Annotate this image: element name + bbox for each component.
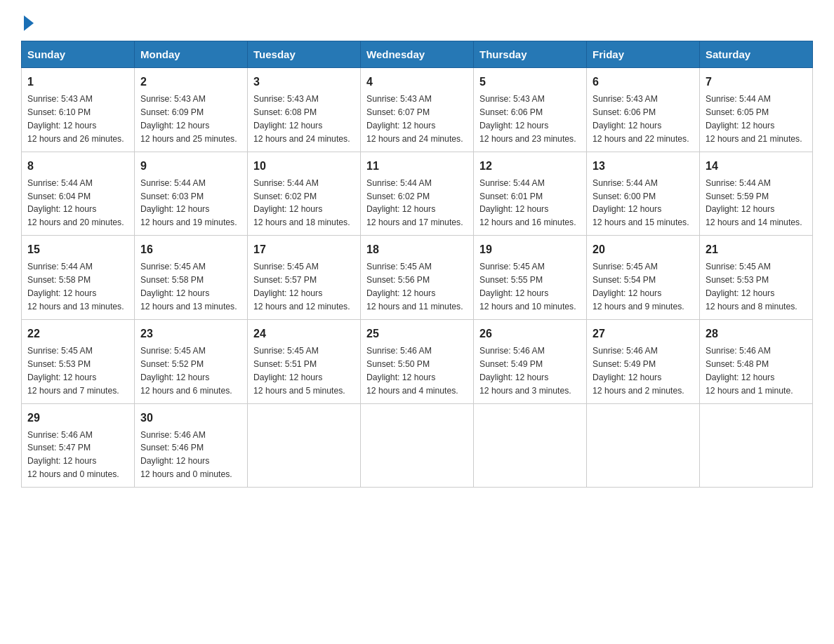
- day-number: 20: [593, 241, 694, 258]
- day-number: 24: [253, 326, 355, 342]
- calendar-cell: 12Sunrise: 5:44 AMSunset: 6:01 PMDayligh…: [474, 152, 587, 236]
- day-info: Sunrise: 5:46 AMSunset: 5:48 PMDaylight:…: [706, 344, 807, 398]
- day-number: 25: [366, 326, 468, 342]
- day-info: Sunrise: 5:44 AMSunset: 6:05 PMDaylight:…: [706, 93, 807, 146]
- day-info: Sunrise: 5:45 AMSunset: 5:51 PMDaylight:…: [253, 344, 355, 398]
- day-number: 27: [593, 326, 694, 342]
- day-number: 16: [140, 241, 241, 258]
- calendar-cell: 21Sunrise: 5:45 AMSunset: 5:53 PMDayligh…: [700, 236, 813, 320]
- day-number: 4: [366, 74, 468, 90]
- calendar-cell: [248, 403, 361, 488]
- day-info: Sunrise: 5:46 AMSunset: 5:49 PMDaylight:…: [479, 344, 581, 398]
- day-info: Sunrise: 5:46 AMSunset: 5:49 PMDaylight:…: [593, 344, 694, 398]
- day-number: 30: [140, 410, 241, 427]
- day-number: 10: [253, 158, 355, 175]
- calendar-cell: 24Sunrise: 5:45 AMSunset: 5:51 PMDayligh…: [248, 319, 361, 403]
- day-info: Sunrise: 5:44 AMSunset: 6:02 PMDaylight:…: [366, 177, 468, 230]
- day-info: Sunrise: 5:43 AMSunset: 6:06 PMDaylight:…: [593, 93, 694, 146]
- calendar-header-row: SundayMondayTuesdayWednesdayThursdayFrid…: [22, 41, 813, 68]
- day-number: 29: [27, 410, 128, 427]
- calendar-week-row: 1Sunrise: 5:43 AMSunset: 6:10 PMDaylight…: [22, 68, 813, 152]
- calendar-cell: 30Sunrise: 5:46 AMSunset: 5:46 PMDayligh…: [135, 403, 248, 488]
- calendar-cell: 8Sunrise: 5:44 AMSunset: 6:04 PMDaylight…: [22, 152, 135, 236]
- day-number: 9: [140, 158, 241, 175]
- calendar-cell: 29Sunrise: 5:46 AMSunset: 5:47 PMDayligh…: [22, 403, 135, 488]
- calendar-cell: 18Sunrise: 5:45 AMSunset: 5:56 PMDayligh…: [361, 236, 474, 320]
- day-number: 5: [479, 74, 581, 90]
- logo-arrow-icon: [24, 15, 34, 31]
- day-info: Sunrise: 5:45 AMSunset: 5:55 PMDaylight:…: [479, 260, 581, 314]
- logo: [21, 14, 34, 28]
- day-info: Sunrise: 5:45 AMSunset: 5:54 PMDaylight:…: [593, 260, 694, 314]
- day-info: Sunrise: 5:43 AMSunset: 6:06 PMDaylight:…: [479, 93, 581, 146]
- calendar-cell: 10Sunrise: 5:44 AMSunset: 6:02 PMDayligh…: [248, 152, 361, 236]
- calendar-cell: [700, 403, 813, 488]
- day-number: 21: [706, 241, 807, 258]
- calendar-cell: 1Sunrise: 5:43 AMSunset: 6:10 PMDaylight…: [22, 68, 135, 152]
- day-number: 23: [140, 326, 241, 342]
- calendar-cell: 26Sunrise: 5:46 AMSunset: 5:49 PMDayligh…: [474, 319, 587, 403]
- day-info: Sunrise: 5:45 AMSunset: 5:52 PMDaylight:…: [140, 344, 241, 398]
- calendar-table: SundayMondayTuesdayWednesdayThursdayFrid…: [21, 41, 813, 488]
- day-info: Sunrise: 5:43 AMSunset: 6:08 PMDaylight:…: [253, 93, 355, 146]
- weekday-header-wednesday: Wednesday: [361, 41, 474, 68]
- calendar-week-row: 29Sunrise: 5:46 AMSunset: 5:47 PMDayligh…: [22, 403, 813, 488]
- day-number: 11: [366, 158, 468, 175]
- calendar-cell: 13Sunrise: 5:44 AMSunset: 6:00 PMDayligh…: [587, 152, 700, 236]
- day-number: 7: [706, 74, 807, 90]
- calendar-cell: 6Sunrise: 5:43 AMSunset: 6:06 PMDaylight…: [587, 68, 700, 152]
- day-number: 12: [479, 158, 581, 175]
- day-number: 19: [479, 241, 581, 258]
- calendar-cell: 25Sunrise: 5:46 AMSunset: 5:50 PMDayligh…: [361, 319, 474, 403]
- day-number: 26: [479, 326, 581, 342]
- calendar-cell: 7Sunrise: 5:44 AMSunset: 6:05 PMDaylight…: [700, 68, 813, 152]
- day-info: Sunrise: 5:43 AMSunset: 6:09 PMDaylight:…: [140, 93, 241, 146]
- day-number: 17: [253, 241, 355, 258]
- day-number: 6: [593, 74, 694, 90]
- day-info: Sunrise: 5:44 AMSunset: 6:04 PMDaylight:…: [27, 177, 128, 230]
- calendar-cell: 3Sunrise: 5:43 AMSunset: 6:08 PMDaylight…: [248, 68, 361, 152]
- day-info: Sunrise: 5:44 AMSunset: 5:59 PMDaylight:…: [706, 177, 807, 230]
- day-number: 2: [140, 74, 241, 90]
- calendar-cell: 20Sunrise: 5:45 AMSunset: 5:54 PMDayligh…: [587, 236, 700, 320]
- day-info: Sunrise: 5:44 AMSunset: 6:02 PMDaylight:…: [253, 177, 355, 230]
- day-info: Sunrise: 5:44 AMSunset: 5:58 PMDaylight:…: [27, 260, 128, 314]
- day-info: Sunrise: 5:46 AMSunset: 5:46 PMDaylight:…: [140, 429, 241, 482]
- day-number: 8: [27, 158, 128, 175]
- day-number: 14: [706, 158, 807, 175]
- weekday-header-monday: Monday: [135, 41, 248, 68]
- day-info: Sunrise: 5:45 AMSunset: 5:53 PMDaylight:…: [27, 344, 128, 398]
- calendar-cell: [361, 403, 474, 488]
- day-info: Sunrise: 5:46 AMSunset: 5:47 PMDaylight:…: [27, 429, 128, 482]
- day-info: Sunrise: 5:45 AMSunset: 5:56 PMDaylight:…: [366, 260, 468, 314]
- calendar-cell: 5Sunrise: 5:43 AMSunset: 6:06 PMDaylight…: [474, 68, 587, 152]
- calendar-cell: 19Sunrise: 5:45 AMSunset: 5:55 PMDayligh…: [474, 236, 587, 320]
- calendar-cell: 16Sunrise: 5:45 AMSunset: 5:58 PMDayligh…: [135, 236, 248, 320]
- calendar-cell: 9Sunrise: 5:44 AMSunset: 6:03 PMDaylight…: [135, 152, 248, 236]
- weekday-header-sunday: Sunday: [22, 41, 135, 68]
- calendar-cell: 22Sunrise: 5:45 AMSunset: 5:53 PMDayligh…: [22, 319, 135, 403]
- calendar-cell: 2Sunrise: 5:43 AMSunset: 6:09 PMDaylight…: [135, 68, 248, 152]
- calendar-cell: 4Sunrise: 5:43 AMSunset: 6:07 PMDaylight…: [361, 68, 474, 152]
- weekday-header-saturday: Saturday: [700, 41, 813, 68]
- day-info: Sunrise: 5:45 AMSunset: 5:58 PMDaylight:…: [140, 260, 241, 314]
- day-number: 15: [27, 241, 128, 258]
- calendar-cell: [587, 403, 700, 488]
- calendar-cell: 23Sunrise: 5:45 AMSunset: 5:52 PMDayligh…: [135, 319, 248, 403]
- day-number: 3: [253, 74, 355, 90]
- weekday-header-thursday: Thursday: [474, 41, 587, 68]
- day-number: 13: [593, 158, 694, 175]
- calendar-cell: 14Sunrise: 5:44 AMSunset: 5:59 PMDayligh…: [700, 152, 813, 236]
- day-info: Sunrise: 5:43 AMSunset: 6:07 PMDaylight:…: [366, 93, 468, 146]
- calendar-week-row: 15Sunrise: 5:44 AMSunset: 5:58 PMDayligh…: [22, 236, 813, 320]
- calendar-cell: 11Sunrise: 5:44 AMSunset: 6:02 PMDayligh…: [361, 152, 474, 236]
- day-info: Sunrise: 5:44 AMSunset: 6:01 PMDaylight:…: [479, 177, 581, 230]
- day-info: Sunrise: 5:43 AMSunset: 6:10 PMDaylight:…: [27, 93, 128, 146]
- day-info: Sunrise: 5:45 AMSunset: 5:57 PMDaylight:…: [253, 260, 355, 314]
- day-info: Sunrise: 5:44 AMSunset: 6:00 PMDaylight:…: [593, 177, 694, 230]
- calendar-week-row: 8Sunrise: 5:44 AMSunset: 6:04 PMDaylight…: [22, 152, 813, 236]
- calendar-cell: 28Sunrise: 5:46 AMSunset: 5:48 PMDayligh…: [700, 319, 813, 403]
- calendar-cell: [474, 403, 587, 488]
- day-number: 1: [27, 74, 128, 90]
- calendar-week-row: 22Sunrise: 5:45 AMSunset: 5:53 PMDayligh…: [22, 319, 813, 403]
